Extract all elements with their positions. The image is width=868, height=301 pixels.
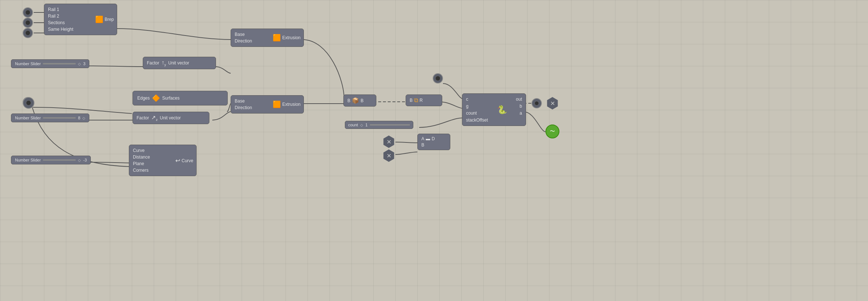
brep-node: B 📦 B bbox=[343, 94, 376, 107]
wire-unitz-extrusion2dir bbox=[212, 112, 231, 120]
spring-icon: 〜 bbox=[550, 128, 555, 135]
count-track[interactable] bbox=[370, 124, 410, 126]
wire-slider1-unity bbox=[89, 66, 143, 67]
py-g-label: g bbox=[466, 104, 469, 109]
unitz-axis-icon: ↗z bbox=[151, 114, 158, 122]
curve-distance-label: Distance bbox=[133, 155, 150, 160]
right-hex-cross[interactable]: ✕ bbox=[546, 97, 559, 109]
curve-corners-label: Corners bbox=[133, 168, 149, 173]
unit-y-node: Factor ↑y Unit vector bbox=[143, 57, 216, 69]
slider1-track[interactable] bbox=[43, 63, 76, 64]
wire-hex2-remap bbox=[395, 152, 417, 155]
sweep2-sameheight-row: Same Height bbox=[48, 26, 113, 33]
hex-cross-2[interactable]: ✕ bbox=[383, 149, 395, 162]
slider3-value: -3 bbox=[83, 158, 87, 162]
unitz-output-label: Unit vector bbox=[160, 115, 181, 120]
extrusion1-output-label: Extrusion bbox=[282, 35, 301, 40]
wire-port5-py bbox=[443, 83, 463, 99]
curve-plane-label: Plane bbox=[133, 161, 144, 166]
unity-output-label: Unit vector bbox=[168, 60, 189, 66]
py-count-label: count bbox=[466, 111, 477, 116]
circle-port-6[interactable] bbox=[23, 97, 34, 109]
wire-port4-edges bbox=[33, 107, 132, 114]
slider1-label: Number Slider bbox=[15, 62, 41, 66]
slider3-diamond: ◇ bbox=[78, 158, 81, 162]
sweep2-brep-icon: 🟧 bbox=[95, 15, 103, 23]
remap-b-label: B bbox=[421, 142, 424, 148]
extrusion1-node: Base Direction 🟧 Extrusion bbox=[231, 29, 304, 47]
py-stackoffset-label: stackOffset bbox=[466, 118, 488, 123]
wire-hex1-remap bbox=[395, 142, 417, 143]
remap-d-label: D bbox=[432, 136, 435, 141]
extrusion2-base-label: Base bbox=[235, 99, 245, 104]
wire-copy-py bbox=[439, 102, 463, 108]
slider2-value: 8 bbox=[78, 116, 80, 120]
sweep2-node: Rail 1 Rail 2 Sections Same Height 🟧 Bre… bbox=[44, 4, 117, 35]
copy-r-label: R bbox=[420, 98, 423, 103]
slider1-diamond: ◇ bbox=[78, 62, 81, 66]
rail2-label: Rail 2 bbox=[48, 14, 59, 19]
wire-edges-extrusion2base bbox=[227, 104, 231, 112]
number-slider-1[interactable]: Number Slider ◇ 3 bbox=[11, 59, 89, 68]
rail1-label: Rail 1 bbox=[48, 7, 59, 12]
number-slider-2[interactable]: Number Slider 8 ◇ bbox=[11, 114, 89, 122]
extrusion1-direction-label: Direction bbox=[235, 38, 252, 44]
curve-output-label: Curve bbox=[182, 158, 193, 163]
copy-b-label: B bbox=[410, 98, 413, 103]
number-slider-3[interactable]: Number Slider ◇ -3 bbox=[11, 156, 91, 164]
extrusion2-node: Base Direction 🟧 Extrusion bbox=[231, 95, 304, 114]
remap-a-label: A bbox=[421, 136, 424, 141]
wire-count-py bbox=[419, 118, 463, 127]
green-spring-node[interactable]: 〜 bbox=[545, 125, 559, 138]
hex-cross-1[interactable]: ✕ bbox=[383, 135, 395, 148]
py-out-label: out bbox=[516, 97, 522, 102]
py-b-label: b bbox=[519, 104, 522, 109]
extrusion2-output-label: Extrusion bbox=[282, 102, 301, 107]
curve-offset-icon: ↩ bbox=[175, 157, 180, 164]
wire-slider3-curve bbox=[89, 162, 130, 163]
edges-surfaces-node: Edges 🔶 Surfaces bbox=[133, 91, 228, 105]
circle-port-3[interactable] bbox=[23, 28, 33, 38]
remap-icon: ▬ bbox=[426, 136, 430, 141]
slider3-label: Number Slider bbox=[15, 158, 41, 162]
circle-port-1[interactable] bbox=[23, 7, 33, 18]
edges-icon: 🔶 bbox=[152, 94, 160, 102]
python-node: c g count stackOffset 🐍 out b a bbox=[462, 93, 526, 126]
brep-b-left: B bbox=[347, 98, 350, 103]
slider1-value: 3 bbox=[83, 62, 85, 66]
count-label: count bbox=[348, 123, 358, 127]
edges-label: Edges bbox=[137, 96, 150, 101]
surfaces-label: Surfaces bbox=[162, 96, 179, 101]
brep-b-right: B bbox=[361, 98, 364, 103]
circle-port-5[interactable] bbox=[433, 73, 443, 83]
py-a-label: a bbox=[519, 111, 522, 116]
copy-icon: ⧉ bbox=[414, 97, 418, 104]
slider2-track[interactable] bbox=[43, 117, 76, 119]
slider2-label: Number Slider bbox=[15, 116, 41, 120]
slider3-track[interactable] bbox=[43, 159, 76, 161]
slider2-diamond: ◇ bbox=[82, 116, 85, 120]
sweep2-rail1-row: Rail 1 bbox=[48, 6, 113, 13]
py-c-label: c bbox=[466, 97, 468, 102]
copy-data-node: B ⧉ R bbox=[406, 94, 442, 106]
unity-axis-icon: ↑y bbox=[161, 59, 166, 67]
extrusion2-direction-label: Direction bbox=[235, 105, 252, 110]
unity-factor-label: Factor bbox=[147, 60, 159, 66]
wire-sweep-extrusion1 bbox=[116, 29, 231, 40]
count-slider[interactable]: count ◇ 1 bbox=[345, 121, 413, 129]
unit-z-node: Factor ↗z Unit vector bbox=[133, 112, 209, 124]
curve-offset-node: Curve Distance Plane Corners ↩ Curve bbox=[129, 145, 197, 176]
wire-py-b-spring bbox=[524, 112, 545, 132]
extrusion2-icon: 🟧 bbox=[273, 100, 281, 108]
python-icon: 🐍 bbox=[497, 105, 507, 115]
remap-node: A ▬ D B bbox=[417, 134, 450, 150]
curve-input-label: Curve bbox=[133, 148, 145, 153]
out-port[interactable] bbox=[532, 98, 542, 108]
sweep2-output-label: Brep bbox=[105, 17, 114, 22]
count-value: 1 bbox=[365, 123, 368, 127]
circle-port-2[interactable] bbox=[23, 18, 33, 28]
brep-icon: 📦 bbox=[352, 97, 359, 104]
extrusion1-icon: 🟧 bbox=[273, 34, 281, 42]
wire-unity-extrusion1dir bbox=[215, 67, 231, 73]
sameheight-label: Same Height bbox=[48, 27, 73, 32]
